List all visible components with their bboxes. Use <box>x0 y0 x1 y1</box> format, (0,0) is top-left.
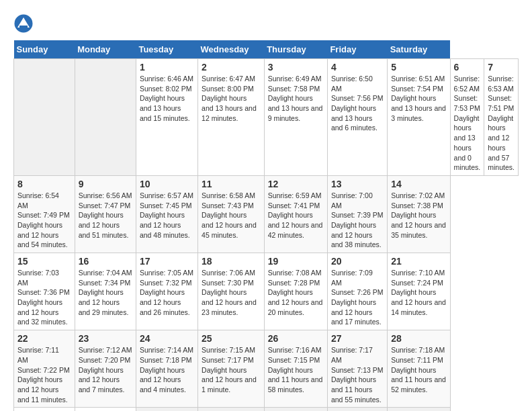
day-info: Sunrise: 6:47 AM Sunset: 8:00 PM Dayligh… <box>202 74 261 123</box>
calendar-week-row: 15 Sunrise: 7:03 AM Sunset: 7:36 PM Dayl… <box>14 253 519 330</box>
calendar-day-cell: 7 Sunrise: 6:53 AM Sunset: 7:51 PM Dayli… <box>484 59 519 176</box>
calendar-day-cell: 29 Sunrise: 7:20 AM Sunset: 7:09 PM Dayl… <box>14 408 75 411</box>
calendar-header-row: SundayMondayTuesdayWednesdayThursdayFrid… <box>14 40 519 59</box>
weekday-header: Thursday <box>264 40 327 59</box>
calendar-week-row: 22 Sunrise: 7:11 AM Sunset: 7:22 PM Dayl… <box>14 330 519 408</box>
calendar-day-cell <box>198 408 265 411</box>
day-info: Sunrise: 7:00 AM Sunset: 7:39 PM Dayligh… <box>331 191 384 250</box>
day-info: Sunrise: 6:58 AM Sunset: 7:43 PM Dayligh… <box>202 191 261 240</box>
header <box>13 13 519 34</box>
weekday-header: Sunday <box>14 40 75 59</box>
calendar-day-cell: 11 Sunrise: 6:58 AM Sunset: 7:43 PM Dayl… <box>198 175 265 253</box>
calendar-day-cell: 27 Sunrise: 7:17 AM Sunset: 7:13 PM Dayl… <box>327 330 387 408</box>
calendar-day-cell: 4 Sunrise: 6:50 AM Sunset: 7:56 PM Dayli… <box>327 59 387 176</box>
day-info: Sunrise: 7:12 AM Sunset: 7:20 PM Dayligh… <box>79 345 132 394</box>
weekday-header: Monday <box>75 40 136 59</box>
day-number: 14 <box>391 179 446 189</box>
day-number: 17 <box>140 256 194 267</box>
day-number: 2 <box>202 62 261 73</box>
day-info: Sunrise: 7:06 AM Sunset: 7:30 PM Dayligh… <box>202 268 261 317</box>
calendar-body: 1 Sunrise: 6:46 AM Sunset: 8:02 PM Dayli… <box>14 59 519 412</box>
day-info: Sunrise: 7:09 AM Sunset: 7:26 PM Dayligh… <box>331 268 384 327</box>
calendar-day-cell: 8 Sunrise: 6:54 AM Sunset: 7:49 PM Dayli… <box>14 175 75 253</box>
logo-icon <box>13 13 34 34</box>
calendar-day-cell: 2 Sunrise: 6:47 AM Sunset: 8:00 PM Dayli… <box>198 59 265 176</box>
day-number: 26 <box>268 333 324 344</box>
day-number: 4 <box>331 62 384 73</box>
calendar-day-cell: 5 Sunrise: 6:51 AM Sunset: 7:54 PM Dayli… <box>388 59 450 176</box>
day-info: Sunrise: 7:04 AM Sunset: 7:34 PM Dayligh… <box>79 268 132 317</box>
day-info: Sunrise: 7:18 AM Sunset: 7:11 PM Dayligh… <box>391 345 446 394</box>
day-info: Sunrise: 6:54 AM Sunset: 7:49 PM Dayligh… <box>17 191 71 250</box>
calendar-day-cell: 1 Sunrise: 6:46 AM Sunset: 8:02 PM Dayli… <box>136 59 197 176</box>
calendar-day-cell: 15 Sunrise: 7:03 AM Sunset: 7:36 PM Dayl… <box>14 253 75 330</box>
day-info: Sunrise: 6:53 AM Sunset: 7:51 PM Dayligh… <box>488 74 515 173</box>
calendar-day-cell: 30 Sunrise: 7:21 AM Sunset: 7:07 PM Dayl… <box>75 408 136 411</box>
calendar-day-cell <box>136 408 197 411</box>
day-info: Sunrise: 7:10 AM Sunset: 7:24 PM Dayligh… <box>391 268 446 317</box>
calendar-day-cell <box>264 408 327 411</box>
calendar-day-cell: 12 Sunrise: 6:59 AM Sunset: 7:41 PM Dayl… <box>264 175 327 253</box>
weekday-header: Saturday <box>388 40 450 59</box>
day-number: 11 <box>202 179 261 189</box>
calendar-day-cell <box>75 59 136 176</box>
calendar-day-cell: 18 Sunrise: 7:06 AM Sunset: 7:30 PM Dayl… <box>198 253 265 330</box>
day-number: 12 <box>268 179 324 189</box>
day-number: 15 <box>17 256 71 267</box>
day-info: Sunrise: 7:15 AM Sunset: 7:17 PM Dayligh… <box>202 345 261 394</box>
calendar-day-cell <box>388 408 450 411</box>
weekday-header: Tuesday <box>136 40 197 59</box>
day-info: Sunrise: 7:14 AM Sunset: 7:18 PM Dayligh… <box>140 345 194 394</box>
svg-rect-2 <box>19 26 28 28</box>
day-number: 24 <box>140 333 194 344</box>
day-info: Sunrise: 6:59 AM Sunset: 7:41 PM Dayligh… <box>268 191 324 240</box>
day-number: 25 <box>202 333 261 344</box>
calendar-day-cell: 28 Sunrise: 7:18 AM Sunset: 7:11 PM Dayl… <box>388 330 450 408</box>
calendar-week-row: 8 Sunrise: 6:54 AM Sunset: 7:49 PM Dayli… <box>14 175 519 253</box>
day-number: 1 <box>140 62 194 73</box>
calendar-week-row: 1 Sunrise: 6:46 AM Sunset: 8:02 PM Dayli… <box>14 59 519 176</box>
day-info: Sunrise: 7:05 AM Sunset: 7:32 PM Dayligh… <box>140 268 194 317</box>
calendar-day-cell: 22 Sunrise: 7:11 AM Sunset: 7:22 PM Dayl… <box>14 330 75 408</box>
calendar-day-cell: 13 Sunrise: 7:00 AM Sunset: 7:39 PM Dayl… <box>327 175 387 253</box>
calendar-day-cell: 26 Sunrise: 7:16 AM Sunset: 7:15 PM Dayl… <box>264 330 327 408</box>
calendar-day-cell: 3 Sunrise: 6:49 AM Sunset: 7:58 PM Dayli… <box>264 59 327 176</box>
weekday-header: Wednesday <box>198 40 265 59</box>
day-info: Sunrise: 7:11 AM Sunset: 7:22 PM Dayligh… <box>17 345 71 404</box>
day-number: 7 <box>488 62 515 73</box>
day-number: 6 <box>454 62 481 73</box>
day-info: Sunrise: 7:16 AM Sunset: 7:15 PM Dayligh… <box>268 345 324 394</box>
day-number: 5 <box>391 62 446 73</box>
logo <box>13 13 36 34</box>
calendar-day-cell: 16 Sunrise: 7:04 AM Sunset: 7:34 PM Dayl… <box>75 253 136 330</box>
day-info: Sunrise: 6:49 AM Sunset: 7:58 PM Dayligh… <box>268 74 324 123</box>
calendar-week-row: 29 Sunrise: 7:20 AM Sunset: 7:09 PM Dayl… <box>14 408 519 411</box>
day-number: 27 <box>331 333 384 344</box>
calendar-day-cell: 24 Sunrise: 7:14 AM Sunset: 7:18 PM Dayl… <box>136 330 197 408</box>
day-number: 18 <box>202 256 261 267</box>
day-info: Sunrise: 6:52 AM Sunset: 7:53 PM Dayligh… <box>454 74 481 173</box>
day-number: 10 <box>140 179 194 189</box>
day-info: Sunrise: 7:17 AM Sunset: 7:13 PM Dayligh… <box>331 345 384 404</box>
day-number: 20 <box>331 256 384 267</box>
day-info: Sunrise: 6:51 AM Sunset: 7:54 PM Dayligh… <box>391 74 446 123</box>
calendar-day-cell: 17 Sunrise: 7:05 AM Sunset: 7:32 PM Dayl… <box>136 253 197 330</box>
calendar-day-cell: 10 Sunrise: 6:57 AM Sunset: 7:45 PM Dayl… <box>136 175 197 253</box>
day-info: Sunrise: 6:46 AM Sunset: 8:02 PM Dayligh… <box>140 74 194 123</box>
day-number: 21 <box>391 256 446 267</box>
day-number: 8 <box>17 179 71 189</box>
calendar-day-cell <box>327 408 387 411</box>
day-number: 28 <box>391 333 446 344</box>
calendar-day-cell: 19 Sunrise: 7:08 AM Sunset: 7:28 PM Dayl… <box>264 253 327 330</box>
calendar-day-cell <box>14 59 75 176</box>
calendar-day-cell: 25 Sunrise: 7:15 AM Sunset: 7:17 PM Dayl… <box>198 330 265 408</box>
day-number: 3 <box>268 62 324 73</box>
day-info: Sunrise: 6:57 AM Sunset: 7:45 PM Dayligh… <box>140 191 194 240</box>
day-number: 9 <box>79 179 132 189</box>
day-number: 16 <box>79 256 132 267</box>
weekday-header: Friday <box>327 40 387 59</box>
day-info: Sunrise: 7:02 AM Sunset: 7:38 PM Dayligh… <box>391 191 446 240</box>
calendar-day-cell: 21 Sunrise: 7:10 AM Sunset: 7:24 PM Dayl… <box>388 253 450 330</box>
day-info: Sunrise: 6:56 AM Sunset: 7:47 PM Dayligh… <box>79 191 132 240</box>
calendar-day-cell: 9 Sunrise: 6:56 AM Sunset: 7:47 PM Dayli… <box>75 175 136 253</box>
